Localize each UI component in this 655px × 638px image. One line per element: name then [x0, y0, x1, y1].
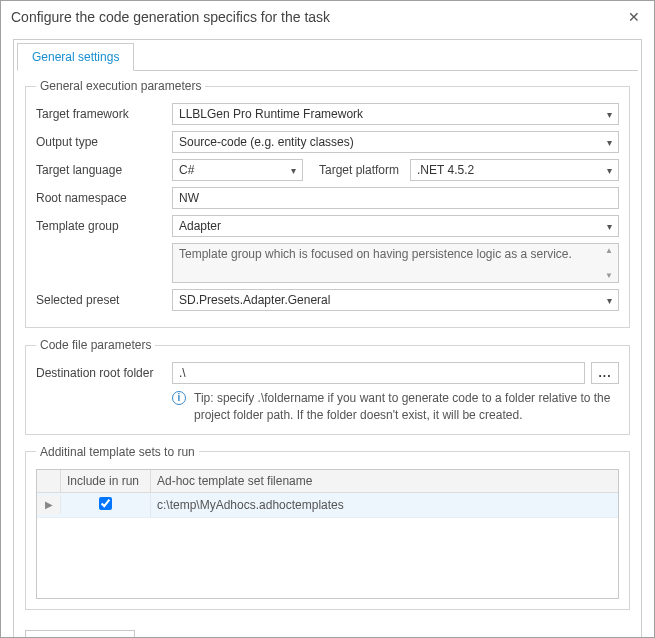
label-target-language: Target language [36, 163, 166, 177]
dest-tip-text: Tip: specify .\foldername if you want to… [194, 390, 619, 424]
grid-header-handle [37, 470, 61, 492]
info-icon: i [172, 391, 186, 405]
tabstrip: General settings [17, 43, 638, 71]
label-target-framework: Target framework [36, 107, 166, 121]
target-language-combo[interactable]: C# ▾ [172, 159, 303, 181]
target-framework-value: LLBLGen Pro Runtime Framework [179, 107, 363, 121]
dest-root-input[interactable] [172, 362, 585, 384]
group-templates: Additinal template sets to run Include i… [25, 445, 630, 610]
row-handle-icon: ▶ [37, 495, 61, 514]
output-type-value: Source-code (e.g. entity classes) [179, 135, 354, 149]
tab-general-settings[interactable]: General settings [17, 43, 134, 71]
grid-header-filename[interactable]: Ad-hoc template set filename [151, 470, 618, 492]
root-namespace-input[interactable] [172, 187, 619, 209]
advanced-button[interactable]: Advanced... [25, 630, 135, 638]
filename-cell[interactable]: c:\temp\MyAdhocs.adhoctemplates [151, 494, 618, 516]
group-exec-params: General execution parameters Target fram… [25, 79, 630, 328]
target-platform-combo[interactable]: .NET 4.5.2 ▾ [410, 159, 619, 181]
group-codefile: Code file parameters Destination root fo… [25, 338, 630, 435]
group-exec-legend: General execution parameters [36, 79, 205, 93]
table-row[interactable]: ▶ c:\temp\MyAdhocs.adhoctemplates [37, 493, 618, 518]
label-target-platform: Target platform [309, 163, 404, 177]
chevron-down-icon: ▾ [607, 295, 612, 306]
label-dest-root: Destination root folder [36, 366, 166, 380]
output-type-combo[interactable]: Source-code (e.g. entity classes) ▾ [172, 131, 619, 153]
label-output-type: Output type [36, 135, 166, 149]
selected-preset-combo[interactable]: SD.Presets.Adapter.General ▾ [172, 289, 619, 311]
label-selected-preset: Selected preset [36, 293, 166, 307]
scrollbar[interactable]: ▲▼ [602, 246, 616, 280]
templates-grid[interactable]: Include in run Ad-hoc template set filen… [36, 469, 619, 599]
chevron-down-icon: ▾ [291, 165, 296, 176]
chevron-down-icon: ▾ [607, 137, 612, 148]
titlebar: Configure the code generation specifics … [1, 1, 654, 31]
group-codefile-legend: Code file parameters [36, 338, 155, 352]
group-templates-legend: Additinal template sets to run [36, 445, 199, 459]
dialog-body: General settings General execution param… [13, 39, 642, 638]
template-group-value: Adapter [179, 219, 221, 233]
grid-header-include[interactable]: Include in run [61, 470, 151, 492]
dialog-title: Configure the code generation specifics … [11, 9, 330, 25]
target-platform-value: .NET 4.5.2 [417, 163, 474, 177]
include-checkbox[interactable] [99, 497, 112, 510]
include-cell[interactable] [61, 493, 151, 517]
label-template-group: Template group [36, 219, 166, 233]
dest-tip-row: i Tip: specify .\foldername if you want … [172, 390, 619, 424]
grid-header: Include in run Ad-hoc template set filen… [37, 470, 618, 493]
template-group-combo[interactable]: Adapter ▾ [172, 215, 619, 237]
label-root-namespace: Root namespace [36, 191, 166, 205]
chevron-down-icon: ▾ [607, 109, 612, 120]
browse-button[interactable]: ... [591, 362, 619, 384]
close-icon[interactable]: ✕ [624, 9, 644, 25]
chevron-down-icon: ▾ [607, 221, 612, 232]
target-language-value: C# [179, 163, 194, 177]
target-framework-combo[interactable]: LLBLGen Pro Runtime Framework ▾ [172, 103, 619, 125]
tab-panel: General execution parameters Target fram… [17, 71, 638, 638]
selected-preset-value: SD.Presets.Adapter.General [179, 293, 330, 307]
template-group-desc-text: Template group which is focused on havin… [179, 247, 572, 261]
chevron-down-icon: ▾ [607, 165, 612, 176]
template-group-description: Template group which is focused on havin… [172, 243, 619, 283]
content-area: General settings General execution param… [1, 31, 654, 638]
